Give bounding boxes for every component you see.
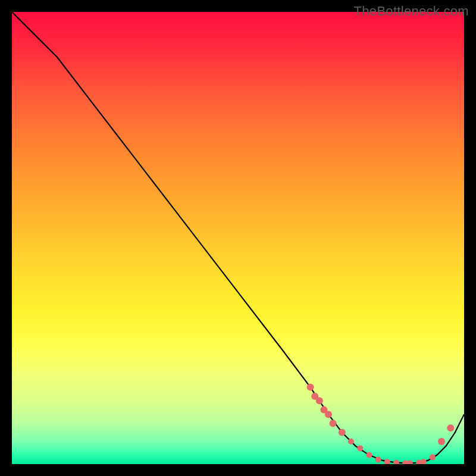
marker-dot [447, 424, 454, 431]
bottleneck-curve [12, 12, 464, 464]
marker-dot [330, 420, 337, 427]
marker-dot [421, 459, 427, 464]
marker-dot [384, 459, 390, 464]
marker-dot [438, 438, 445, 445]
marker-dot [339, 429, 346, 436]
marker-dot [357, 445, 363, 451]
marker-dot [348, 439, 354, 444]
marker-dot [307, 384, 314, 391]
curve-line [12, 12, 464, 464]
marker-dot [325, 411, 332, 418]
chart-plot-area [12, 12, 464, 464]
curve-markers [307, 384, 455, 464]
chart-frame: TheBottleneck.com [0, 0, 476, 476]
marker-dot [366, 452, 372, 458]
marker-dot [430, 455, 436, 461]
marker-dot [316, 397, 323, 405]
marker-dot [407, 461, 413, 465]
watermark-text: TheBottleneck.com [354, 4, 469, 19]
marker-dot [375, 456, 381, 462]
marker-dot [393, 460, 399, 464]
